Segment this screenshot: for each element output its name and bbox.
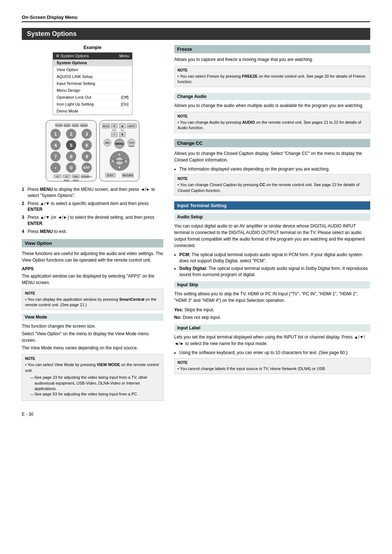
- menu-item-operation-lock: Operation Lock Out [Off]: [53, 94, 132, 101]
- change-audio-note: NOTE • You can change Audio by pressing …: [174, 112, 370, 133]
- menu-item-icon-light: Icon Light Up Setting [On]: [53, 101, 132, 108]
- step-4: Press MENU to exit.: [22, 229, 163, 235]
- change-audio-section: Change Audio Allows you to change the au…: [174, 93, 370, 133]
- step-3: Press ▲/▼ (or ◄/►) to select the desired…: [22, 214, 163, 227]
- return-btn[interactable]: RETURN: [122, 173, 134, 177]
- footer: E - 30: [22, 412, 370, 417]
- apps-note: NOTE • You can display the application w…: [22, 289, 163, 310]
- view-mode-note: NOTE • You can select View Mode by press…: [22, 354, 163, 401]
- apps-body: The application window can be displayed …: [22, 273, 163, 286]
- num-1[interactable]: 1: [50, 129, 61, 139]
- menu-diagram-header: ⚙ System Options Menu: [53, 53, 132, 59]
- remote-right: MUTE + VOL − ▲ CH ▼: [99, 120, 139, 181]
- input-label-body: Lets you set the input terminal displaye…: [174, 334, 370, 347]
- input-skip-body: This setting allows you to skip the TV, …: [174, 291, 370, 304]
- view-option-title: View Option: [22, 239, 163, 247]
- page-header: On-Screen Display Menu: [22, 15, 370, 22]
- change-cc-note: NOTE • You can change Closed Caption by …: [174, 174, 370, 196]
- smart-central-btn[interactable]: Smart Central: [127, 139, 135, 147]
- view-mode-body1: This function changes the screen size.: [22, 323, 163, 329]
- num-8[interactable]: 8: [66, 151, 76, 161]
- vol-down-btn[interactable]: −: [111, 132, 118, 137]
- input-skip-title: Input Skip: [174, 281, 370, 288]
- left-column: Example ⚙ System Options Menu System Opt…: [22, 45, 163, 405]
- change-cc-note-label: NOTE: [177, 176, 367, 181]
- audio-setup-title: Audio Setup: [174, 213, 370, 221]
- footer-page-num: E - 30: [22, 412, 33, 417]
- change-cc-body: Allows you to change the Closed Caption …: [174, 150, 370, 163]
- main-title-text: System Options: [27, 30, 77, 37]
- num-dot[interactable]: •: [50, 163, 61, 173]
- menu-item-input-terminal: Input Terminal Setting: [53, 80, 132, 87]
- change-cc-section: Change CC Allows you to change the Close…: [174, 139, 370, 196]
- remote-diagram: OPTION SLEEP AUDIO FREEZE 1 2 3 4 5 6 7 …: [22, 120, 163, 181]
- apps-note-text: You can display the application window b…: [25, 297, 156, 307]
- input-terminal-title: Input Terminal Setting: [174, 201, 370, 210]
- av-mode-btn[interactable]: AV MODE: [63, 175, 71, 178]
- view-mode-title: View Mode: [22, 313, 163, 321]
- num-6[interactable]: 6: [82, 140, 92, 150]
- view-mode-btn[interactable]: VIEW MODE: [72, 175, 80, 178]
- header-title: On-Screen Display Menu: [22, 15, 77, 20]
- indent-2: See page 53 for adjusting the video bein…: [32, 391, 160, 397]
- num-2[interactable]: 2: [66, 129, 76, 139]
- right-column: Freeze Allows you to capture and freeze …: [174, 45, 370, 405]
- freeze-title: Freeze: [174, 45, 370, 53]
- change-audio-title: Change Audio: [174, 93, 370, 100]
- mute-btn[interactable]: MUTE: [102, 123, 110, 128]
- audio-setup-subsection: Audio Setup You can output digital audio…: [174, 213, 370, 278]
- change-cc-bullet: The information displayed varies dependi…: [179, 166, 370, 172]
- indent-1: See page 23 for adjusting the video bein…: [32, 375, 160, 391]
- num-3[interactable]: 3: [82, 129, 92, 139]
- input-label-subsection: Input Label Lets you set the input termi…: [174, 324, 370, 374]
- aal-btn[interactable]: AAL: [103, 139, 111, 147]
- input-label-title: Input Label: [174, 324, 370, 332]
- view-option-body: These functions are useful for adjusting…: [22, 250, 163, 263]
- menu-item-view-option: View Option: [53, 66, 132, 73]
- input-label-bullet: Using the software keyboard, you can ent…: [179, 350, 370, 356]
- num-ent[interactable]: ENT: [82, 163, 92, 173]
- freeze-note: NOTE • You can select Freeze by pressing…: [174, 66, 370, 87]
- step-1: Press MENU to display the MENU screen, a…: [22, 186, 163, 199]
- remote-left: OPTION SLEEP AUDIO FREEZE 1 2 3 4 5 6 7 …: [46, 120, 97, 181]
- num-9[interactable]: 9: [82, 151, 92, 161]
- menu-btn[interactable]: MENU: [114, 139, 124, 149]
- dolby-item: Dolby Digital: The optical output termin…: [179, 266, 370, 278]
- freeze-note-label: NOTE: [177, 68, 367, 73]
- input-terminal-section: Input Terminal Setting Audio Setup You c…: [174, 201, 370, 374]
- input-skip-yes: Yes: Skips the input.: [174, 307, 370, 313]
- input-skip-no: No: Does not skip input.: [174, 314, 370, 321]
- change-audio-body: Allows you to change the audio when mult…: [174, 102, 370, 109]
- ch-up-btn[interactable]: ▲: [119, 123, 126, 128]
- input-btn[interactable]: INPUT: [127, 123, 137, 128]
- exit-btn[interactable]: EXIT: [105, 173, 115, 177]
- input-skip-subsection: Input Skip This setting allows you to sk…: [174, 281, 370, 321]
- menu-item-system-options: System Options: [53, 59, 132, 66]
- example-label: Example: [22, 45, 163, 50]
- menu-item-menu-design: Menu Design: [53, 87, 132, 94]
- apps-title: APPS: [22, 266, 163, 271]
- vol-up-btn[interactable]: +: [111, 123, 118, 128]
- view-option-section: View Option These functions are useful f…: [22, 239, 163, 401]
- num-4[interactable]: 4: [50, 140, 61, 150]
- flashback-btn[interactable]: FLASHBACK: [81, 175, 89, 178]
- menu-diagram: ⚙ System Options Menu System Options Vie…: [53, 52, 132, 115]
- num-5[interactable]: 5: [66, 140, 76, 150]
- freeze-body: Allows you to capture and freeze a movin…: [174, 56, 370, 63]
- ch-down-btn[interactable]: ▼: [119, 132, 126, 137]
- audio-setup-body: You can output digital audio to an AV am…: [174, 223, 370, 249]
- main-title-bar: System Options: [22, 28, 370, 40]
- pcm-item: PCM: The optical output terminal outputs…: [179, 252, 370, 264]
- step-2: Press ▲/▼ to select a specific adjustmen…: [22, 201, 163, 213]
- view-mode-body2: Select "View Option" on the menu to disp…: [22, 331, 163, 344]
- change-audio-note-label: NOTE: [177, 114, 367, 119]
- menu-header-right: Menu: [119, 54, 129, 58]
- apps-note-label: NOTE: [25, 291, 160, 296]
- num-7[interactable]: 7: [50, 151, 61, 161]
- step-list: Press MENU to display the MENU screen, a…: [22, 186, 163, 235]
- num-0[interactable]: 0: [66, 163, 76, 173]
- sleep-btn: SLEEP: [64, 123, 71, 127]
- cc-btn[interactable]: CC: [54, 175, 62, 178]
- input-label-note-label: NOTE: [177, 360, 367, 365]
- menu-header-icon: ⚙ System Options: [56, 54, 89, 58]
